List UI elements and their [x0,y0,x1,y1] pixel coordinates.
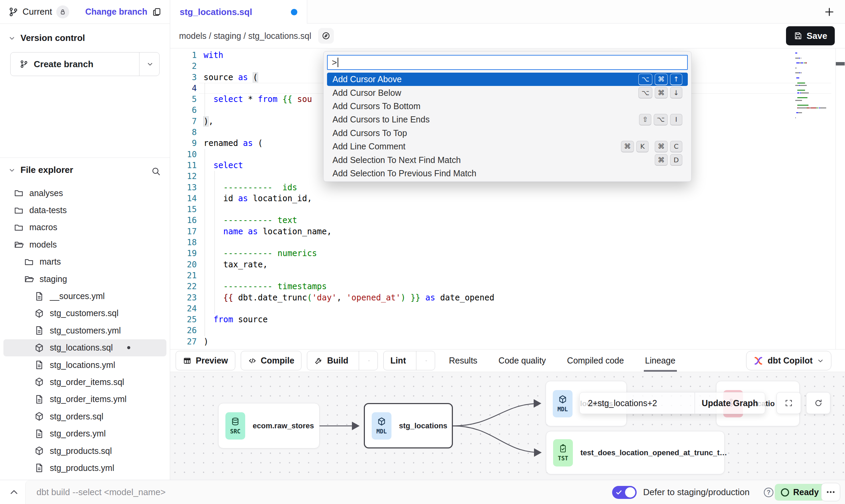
file-row-data-tests[interactable]: data-tests [3,202,166,219]
command-item[interactable]: Add Cursor Above⌥⌘↑ [327,73,688,86]
chevron-down-icon[interactable] [420,357,428,365]
lineage-node-stg-locations[interactable]: MDL stg_locations [364,403,453,448]
file-explorer-section: File explorer analysesdata-testsmacrosmo… [0,158,170,480]
file-label: marts [40,257,61,267]
folder-open-icon [14,239,24,250]
command-item[interactable]: Add Line Comment⌘K⌘C [327,140,688,153]
file-row-stg_order_items.yml[interactable]: stg_order_items.yml [3,391,166,408]
command-item[interactable]: Add Selection To Next Find Match⌘D [327,153,688,166]
tab-lineage[interactable]: Lineage [645,350,676,372]
navigate-button[interactable] [318,28,334,44]
chevron-down-icon[interactable] [146,60,154,68]
keyboard-shortcut: ⌘K⌘C [621,141,682,152]
lineage-node-source[interactable]: SRC ecom.raw_stores [218,403,320,448]
tab-results[interactable]: Results [449,350,477,372]
expand-command-bar-button[interactable] [8,486,20,498]
file-row-stg_order_items.sql[interactable]: stg_order_items.sql [3,373,166,390]
change-branch-link[interactable]: Change branch [85,7,147,17]
command-palette-input[interactable]: > [327,55,688,70]
search-icon[interactable] [151,166,161,176]
file-label: staging [40,274,67,284]
code-line: ---------- timestamps [204,281,494,292]
refresh-icon [814,399,823,407]
fullscreen-icon [784,399,793,407]
current-branch-label: Current [23,6,52,17]
status-badge-ready[interactable]: Ready [775,484,825,501]
refresh-button[interactable] [806,392,830,414]
lineage-node-test[interactable]: TST test_does_location_opened_at_trunc_t… [546,431,725,474]
editor-tab-stg-locations[interactable]: stg_locations.sql [170,0,307,24]
create-branch-button[interactable]: Create branch [10,52,160,76]
minimap[interactable] [795,52,828,119]
file-row-stg_orders.yml[interactable]: stg_orders.yml [3,425,166,442]
preview-button[interactable]: Preview [176,351,235,370]
file-row-stg_orders.sql[interactable]: stg_orders.sql [3,408,166,425]
file-row-staging[interactable]: staging [3,270,166,287]
line-number: 16 [170,215,197,226]
overview-ruler[interactable] [835,48,845,349]
help-icon[interactable]: ? [764,488,773,497]
line-number: 25 [170,314,197,325]
file-row-stg_customers.yml[interactable]: stg_customers.yml [3,322,166,339]
minimap-line [795,99,828,102]
fullscreen-button[interactable] [776,392,801,414]
check-icon [615,489,623,496]
minimap-line [795,102,828,104]
code-editor[interactable]: 1234567891011121314151617181920212223242… [170,48,845,349]
compile-button[interactable]: Compile [241,351,302,370]
minimap-line [795,64,828,66]
version-control-header[interactable]: Version control [0,33,170,43]
version-control-section: Version control Create branch [0,24,170,76]
defer-toggle[interactable] [612,486,637,499]
chevron-down-icon[interactable] [363,357,371,365]
build-button[interactable]: Build [307,351,378,370]
chevron-down-icon [817,357,824,365]
code-line [204,303,494,314]
line-number: 4 [170,83,197,94]
new-tab-button[interactable] [823,6,835,18]
editor-action-buttons: PreviewCompileBuildLint [176,351,435,370]
lineage-selector-input[interactable]: 2+stg_locations+2 [580,392,695,414]
save-button[interactable]: Save [786,26,835,45]
cube-icon [558,395,567,404]
file-row-stg_products.yml[interactable]: stg_products.yml [3,459,166,476]
file-row-macros[interactable]: macros [3,219,166,236]
file-row-stg_locations.yml[interactable]: stg_locations.yml [3,356,166,373]
code-line: {{ dbt.date_trunc('day', 'opened_at') }}… [204,292,494,303]
code-line: id as location_id, [204,193,494,204]
button-label: Preview [196,356,228,366]
compass-icon [322,31,330,40]
lineage-canvas[interactable]: SRC ecom.raw_stores MDL stg_locations MD… [170,372,845,480]
button-label: Compile [261,356,295,366]
yml-icon [34,394,44,404]
file-row-models[interactable]: models [3,236,166,253]
file-row-marts[interactable]: marts [3,253,166,270]
command-item[interactable]: Add Cursors To Bottom [327,100,688,113]
file-row-stg_customers.sql[interactable]: stg_customers.sql [3,305,166,322]
file-row-stg_locations.sql[interactable]: stg_locations.sql [3,339,166,356]
command-item[interactable]: Add Cursor Below⌥⌘↓ [327,86,688,99]
tab-compiled-code[interactable]: Compiled code [567,350,624,372]
command-item[interactable]: Add Selection To Previous Find Match [327,167,688,180]
more-options-button[interactable] [821,483,840,501]
file-label: stg_locations.yml [50,360,115,370]
update-graph-button[interactable]: Update Graph [695,398,765,408]
version-control-title: Version control [20,33,85,43]
copy-icon[interactable] [151,7,162,17]
tab-code-quality[interactable]: Code quality [499,350,546,372]
dbt-copilot-icon [753,356,764,366]
file-row-__sources.yml[interactable]: __sources.yml [3,287,166,305]
code-line [204,237,494,248]
file-row-analyses[interactable]: analyses [3,184,166,202]
lint-button[interactable]: Lint [383,351,435,370]
dbt-copilot-button[interactable]: dbt Copilot [746,351,831,370]
sidebar: Current Change branch Version control Cr… [0,0,170,480]
defer-label: Defer to staging/production [643,480,750,504]
file-explorer-header[interactable]: File explorer [0,165,170,175]
command-item[interactable]: Add Cursors To Top [327,127,688,140]
command-item[interactable]: Add Cursors to Line Ends⇧⌥I [327,113,688,126]
folder-icon [14,222,24,233]
breadcrumb: models / staging / stg_locations.sql [179,31,311,41]
line-number: 9 [170,138,197,149]
file-row-stg_products.sql[interactable]: stg_products.sql [3,442,166,459]
